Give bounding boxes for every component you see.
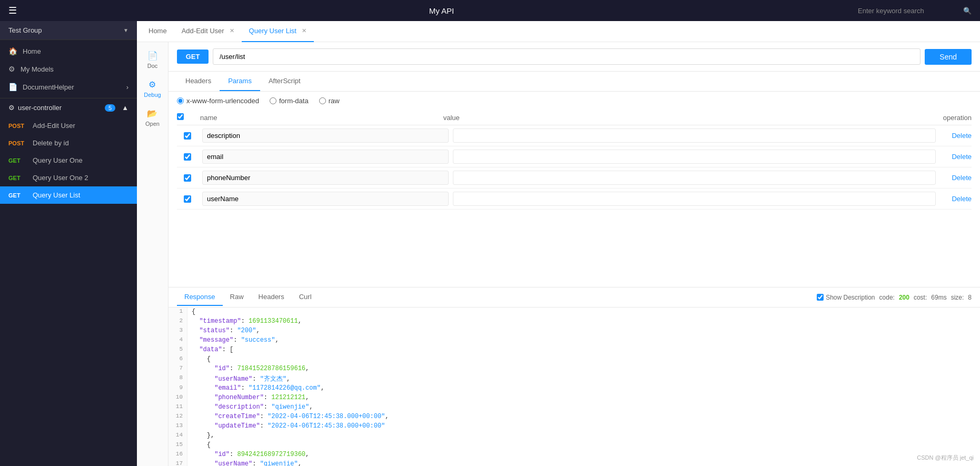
line-number: 7 [169, 364, 187, 374]
subtab-headers[interactable]: Headers [177, 72, 220, 91]
param-name-input[interactable] [202, 128, 449, 143]
plain-text [192, 394, 214, 401]
param-name-input[interactable] [202, 171, 449, 185]
show-description-toggle[interactable]: Show Description [817, 294, 875, 301]
search-icon[interactable]: 🔍 [963, 7, 972, 15]
subtab-params[interactable]: Params [220, 72, 260, 91]
key-value: "timestamp" [199, 318, 241, 325]
param-checkbox[interactable] [184, 174, 191, 182]
param-name-input[interactable] [202, 192, 449, 206]
plain-text: , [286, 375, 290, 383]
doc-panel-item-doc[interactable]: 📄 Doc [147, 51, 158, 69]
plain-text: : [264, 394, 271, 401]
url-input[interactable] [213, 48, 920, 65]
endpoint-method: GET [8, 192, 27, 199]
select-all-checkbox[interactable] [177, 113, 184, 120]
param-value-input[interactable] [453, 192, 936, 206]
plain-text [192, 327, 199, 334]
tab-home[interactable]: Home [141, 21, 174, 42]
code-line: 6 { [169, 355, 980, 364]
param-value-input[interactable] [453, 150, 936, 164]
param-delete-button[interactable]: Delete [940, 195, 972, 203]
response-cost-label: cost: [914, 294, 927, 301]
key-value: "message" [199, 336, 233, 344]
method-badge: GET [177, 49, 209, 64]
plain-text: , [309, 403, 313, 411]
hamburger-icon[interactable]: ☰ [8, 5, 17, 16]
plain-text: , [385, 413, 389, 420]
code-line: 3 "status": "200", [169, 326, 980, 336]
line-content: "phoneNumber": 121212121, [187, 393, 313, 403]
string-value: "qiwenjie" [271, 403, 309, 411]
radio-x-www-form-urlencoded[interactable]: x-www-form-urlencoded [177, 97, 259, 105]
param-delete-button[interactable]: Delete [940, 153, 972, 161]
param-checkbox[interactable] [184, 132, 191, 140]
request-subtabs: Headers Params AfterScript [169, 72, 980, 92]
response-area: Response Raw Headers Curl Show Descripti… [169, 287, 980, 466]
endpoint-item-add-edit-user[interactable]: POSTAdd-Edit User [0, 117, 137, 134]
key-value: "email" [214, 384, 241, 392]
param-value-input[interactable] [453, 171, 936, 185]
sidebar-group-header[interactable]: Test Group ▼ [0, 21, 137, 40]
code-line: 10 "phoneNumber": 121212121, [169, 393, 980, 403]
sidebar-item-document-helper[interactable]: 📄 DocumentHelper › [0, 78, 137, 96]
param-name-input[interactable] [202, 150, 449, 164]
tab-add-edit-user[interactable]: Add-Edit User✕ [174, 21, 242, 42]
controller-section-header[interactable]: ⚙ user-controller 5 ▲ [0, 98, 137, 117]
radio-form-data[interactable]: form-data [270, 97, 309, 105]
doc-label: Doc [147, 63, 158, 69]
line-number: 13 [169, 422, 187, 431]
tab-close-icon[interactable]: ✕ [302, 27, 306, 34]
plain-text: : [252, 460, 260, 466]
param-delete-button[interactable]: Delete [940, 174, 972, 182]
response-subtab-raw[interactable]: Raw [223, 289, 251, 306]
param-value-input[interactable] [453, 128, 936, 143]
param-checkbox[interactable] [184, 153, 191, 161]
response-meta: Show Description code: 200 cost: 69ms si… [817, 294, 972, 301]
line-number: 9 [169, 384, 187, 393]
param-delete-button[interactable]: Delete [940, 132, 972, 140]
code-line: 2 "timestamp": 1691133470611, [169, 317, 980, 326]
line-content: "email": "1172814226@qq.com", [187, 384, 329, 393]
radio-raw[interactable]: raw [319, 97, 340, 105]
params-table: DeleteDeleteDeleteDelete [169, 125, 980, 287]
plain-text [192, 403, 214, 411]
endpoint-item-query-user-one-2[interactable]: GETQuery User One 2 [0, 169, 137, 186]
doc-panel-item-debug[interactable]: ⚙ Debug [144, 80, 161, 98]
show-description-label: Show Description [826, 294, 875, 301]
tab-close-icon[interactable]: ✕ [230, 27, 234, 34]
line-number: 15 [169, 441, 187, 450]
line-content: { [187, 308, 200, 317]
tabs-row: HomeAdd-Edit User✕Query User List✕ [137, 21, 980, 42]
send-button[interactable]: Send [925, 49, 972, 65]
line-content: "createTime": "2022-04-06T12:45:38.000+0… [187, 412, 393, 422]
endpoint-label: Query User One 2 [33, 174, 88, 182]
endpoint-item-delete-by-id[interactable]: POSTDelete by id [0, 134, 137, 152]
plain-text: : [260, 413, 268, 420]
app-title: My API [429, 6, 454, 15]
subtab-afterscript[interactable]: AfterScript [260, 72, 309, 91]
code-line: 11 "description": "qiwenjie", [169, 403, 980, 412]
col-name-header: name [198, 114, 443, 122]
open-label: Open [145, 121, 160, 127]
response-subtab-headers[interactable]: Headers [251, 289, 292, 306]
param-checkbox[interactable] [184, 195, 191, 203]
response-subtab-curl[interactable]: Curl [292, 289, 319, 306]
plain-text: , [256, 327, 260, 334]
key-value: "description" [214, 403, 264, 411]
doc-panel-item-open[interactable]: 📂 Open [145, 108, 160, 127]
endpoint-item-query-user-list[interactable]: GETQuery User List [0, 186, 137, 204]
string-value: "qiwenjie" [260, 460, 298, 466]
sidebar-item-my-models[interactable]: ⚙ My Models [0, 60, 137, 78]
key-value: "id" [214, 451, 230, 458]
line-content: { [187, 441, 215, 450]
search-input[interactable] [858, 7, 963, 15]
tab-query-user-list[interactable]: Query User List✕ [242, 21, 314, 42]
sidebar-item-home[interactable]: 🏠 Home [0, 42, 137, 60]
response-subtab-response[interactable]: Response [177, 289, 223, 306]
tab-label: Add-Edit User [182, 27, 224, 35]
response-code-value: 200 [899, 294, 909, 301]
endpoint-item-query-user-one[interactable]: GETQuery User One [0, 152, 137, 169]
line-content: "userName": "qiwenjie", [187, 460, 306, 466]
radio-label-form-data: form-data [279, 97, 309, 105]
